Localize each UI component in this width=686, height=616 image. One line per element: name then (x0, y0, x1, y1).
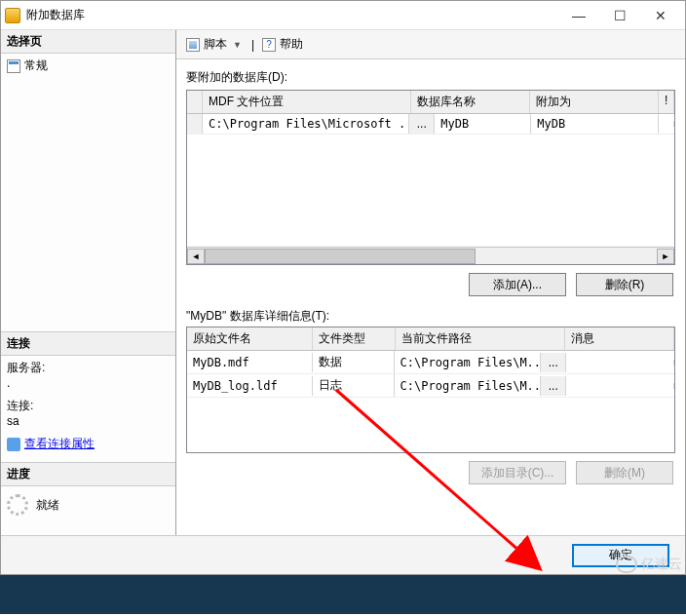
browse-button[interactable]: ... (541, 376, 566, 396)
details-caption: "MyDB" 数据库详细信息(T): (186, 308, 675, 325)
cell-path[interactable]: C:\Program Files\M... (395, 376, 542, 396)
page-general-label: 常规 (24, 58, 48, 74)
connection-section: 连接 服务器: . 连接: sa 查看连接属性 (1, 331, 175, 462)
dialog-footer: 确定 (1, 535, 685, 574)
attach-grid-header: MDF 文件位置 数据库名称 附加为 ! (187, 91, 674, 114)
server-label: 服务器: (1, 356, 175, 376)
remove2-button: 删除(M) (576, 461, 673, 484)
cell-path[interactable]: C:\Program Files\M... (395, 353, 542, 372)
add-button[interactable]: 添加(A)... (469, 273, 566, 296)
col-mdf[interactable]: MDF 文件位置 (203, 91, 411, 113)
details-grid-body: MyDB.mdf 数据 C:\Program Files\M... ... My… (187, 351, 674, 452)
attach-grid: MDF 文件位置 数据库名称 附加为 ! C:\Program Files\Mi… (186, 90, 675, 265)
col-msg[interactable]: 消息 (565, 327, 674, 350)
attach-grid-hscroll[interactable]: ◄ ► (187, 247, 674, 264)
cell-msg[interactable] (566, 383, 674, 389)
script-button[interactable]: 脚本 ▼ (182, 34, 248, 55)
database-icon (5, 8, 20, 23)
script-icon (186, 38, 200, 52)
cell-orig[interactable]: MyDB.mdf (187, 353, 313, 372)
conn-value: sa (1, 414, 175, 432)
remove-button[interactable]: 删除(R) (576, 273, 673, 296)
window-title: 附加数据库 (26, 7, 558, 23)
server-value: . (1, 376, 175, 394)
col-extra[interactable]: ! (659, 91, 674, 113)
browse-button[interactable]: ... (409, 114, 435, 134)
toolbar-separator: | (251, 38, 254, 52)
table-row[interactable]: MyDB.mdf 数据 C:\Program Files\M... ... (187, 351, 674, 374)
select-page-section: 选择页 常规 (1, 30, 175, 331)
close-button[interactable]: ✕ (640, 2, 681, 29)
cell-mdf[interactable]: C:\Program Files\Microsoft ... (203, 114, 409, 134)
cell-attach[interactable]: MyDB (531, 114, 659, 134)
page-icon (7, 59, 20, 73)
page-general[interactable]: 常规 (1, 54, 175, 78)
browse-button[interactable]: ... (541, 353, 566, 372)
script-label: 脚本 (204, 36, 227, 53)
help-icon (262, 38, 276, 52)
dialog-body: 选择页 常规 连接 服务器: . 连接: sa 查看连接属性 进度 (1, 30, 685, 535)
maximize-button[interactable]: ☐ (599, 2, 640, 29)
view-conn-props[interactable]: 查看连接属性 (1, 432, 175, 456)
col-selector[interactable] (187, 91, 203, 113)
scroll-left-icon[interactable]: ◄ (187, 249, 205, 264)
ok-button[interactable]: 确定 (572, 544, 669, 567)
dialog-window: 附加数据库 — ☐ ✕ 选择页 常规 连接 服务器: . 连接: sa (0, 0, 686, 575)
col-path[interactable]: 当前文件路径 (396, 327, 565, 350)
details-grid-header: 原始文件名 文件类型 当前文件路径 消息 (187, 327, 674, 351)
details-buttons: 添加目录(C)... 删除(M) (186, 453, 675, 492)
left-pane: 选择页 常规 连接 服务器: . 连接: sa 查看连接属性 进度 (1, 30, 176, 535)
scroll-track[interactable] (205, 249, 657, 264)
titlebar: 附加数据库 — ☐ ✕ (1, 1, 685, 30)
help-button[interactable]: 帮助 (258, 34, 307, 55)
col-type[interactable]: 文件类型 (313, 327, 396, 350)
spinner-icon (7, 494, 28, 516)
row-selector[interactable] (187, 114, 203, 134)
attach-caption: 要附加的数据库(D): (186, 69, 675, 86)
view-conn-props-link: 查看连接属性 (24, 436, 95, 452)
table-row[interactable]: MyDB_log.ldf 日志 C:\Program Files\M... ..… (187, 374, 674, 398)
cell-msg[interactable] (566, 360, 674, 366)
progress-head: 进度 (1, 463, 175, 486)
cell-dbname[interactable]: MyDB (435, 114, 531, 134)
connection-head: 连接 (1, 332, 175, 356)
taskbar (0, 575, 686, 614)
connection-icon (7, 438, 20, 451)
scroll-thumb[interactable] (205, 249, 476, 264)
table-row[interactable]: C:\Program Files\Microsoft ... ... MyDB … (187, 114, 674, 135)
progress-status: 就绪 (36, 497, 59, 514)
details-grid: 原始文件名 文件类型 当前文件路径 消息 MyDB.mdf 数据 C:\Prog… (186, 327, 675, 453)
progress-section: 进度 就绪 (1, 462, 175, 535)
add-dir-button: 添加目录(C)... (469, 461, 566, 484)
scroll-right-icon[interactable]: ► (657, 249, 674, 264)
attach-grid-body: C:\Program Files\Microsoft ... ... MyDB … (187, 114, 674, 247)
cell-type[interactable]: 数据 (313, 351, 395, 373)
select-page-head: 选择页 (1, 30, 175, 54)
cell-type[interactable]: 日志 (313, 374, 395, 397)
cell-extra[interactable] (659, 121, 674, 127)
conn-label: 连接: (1, 394, 175, 414)
help-label: 帮助 (280, 36, 303, 53)
right-content: 要附加的数据库(D): MDF 文件位置 数据库名称 附加为 ! C:\Prog… (176, 59, 685, 535)
minimize-button[interactable]: — (558, 2, 599, 29)
col-dbname[interactable]: 数据库名称 (411, 91, 531, 113)
right-pane: 脚本 ▼ | 帮助 要附加的数据库(D): MDF 文件位置 数据库名称 (176, 30, 685, 535)
col-orig[interactable]: 原始文件名 (187, 327, 313, 350)
cell-orig[interactable]: MyDB_log.ldf (187, 376, 313, 396)
right-toolbar: 脚本 ▼ | 帮助 (176, 30, 685, 59)
chevron-down-icon: ▼ (231, 40, 244, 50)
col-attach[interactable]: 附加为 (530, 91, 659, 113)
attach-buttons: 添加(A)... 删除(R) (186, 265, 675, 304)
